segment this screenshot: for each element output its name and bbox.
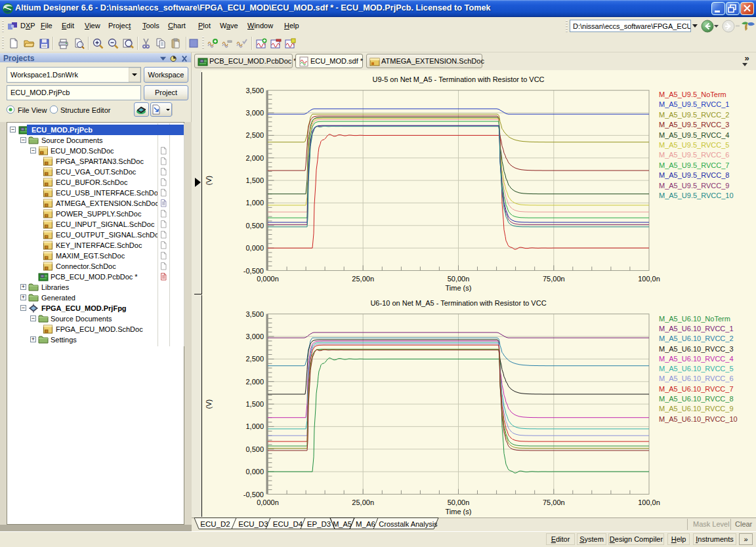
- svg-text:U9-5 on Net M_A5 - Termination: U9-5 on Net M_A5 - Termination with Resi…: [372, 75, 544, 83]
- svg-text:100,0n: 100,0n: [638, 498, 660, 506]
- svg-text:M_A5_U6.10_RVCC_8: M_A5_U6.10_RVCC_8: [659, 395, 734, 403]
- svg-text:1,000: 1,000: [245, 199, 264, 207]
- svg-text:0,500: 0,500: [245, 445, 264, 453]
- svg-text:M_A5_U6.10_RVCC_1: M_A5_U6.10_RVCC_1: [659, 325, 734, 333]
- svg-text:0,000n: 0,000n: [257, 498, 279, 506]
- svg-text:-0,500: -0,500: [243, 491, 264, 498]
- svg-text:M_A5_U6.10_RVCC_3: M_A5_U6.10_RVCC_3: [659, 345, 734, 353]
- svg-text:(V): (V): [205, 176, 213, 186]
- svg-text:3,000: 3,000: [245, 109, 264, 117]
- svg-text:M_A5_U9.5_NoTerm: M_A5_U9.5_NoTerm: [659, 91, 726, 98]
- svg-text:M_A5_U9.5_RVCC_6: M_A5_U9.5_RVCC_6: [659, 151, 729, 159]
- svg-text:Crosstalk Analysis: Crosstalk Analysis: [379, 520, 438, 528]
- svg-text:M_A5: M_A5: [333, 520, 352, 528]
- svg-text:75,00n: 75,00n: [543, 275, 565, 283]
- svg-text:1,500: 1,500: [245, 400, 264, 408]
- svg-text:EP_D3: EP_D3: [307, 520, 331, 528]
- svg-text:100,0n: 100,0n: [638, 275, 660, 283]
- svg-text:M_A5_U9.5_RVCC_5: M_A5_U9.5_RVCC_5: [659, 141, 729, 149]
- svg-text:M_A5_U6.10_NoTerm: M_A5_U6.10_NoTerm: [659, 315, 730, 323]
- svg-text:M_A6: M_A6: [356, 520, 375, 528]
- svg-text:U6-10 on Net M_A5 - Terminatio: U6-10 on Net M_A5 - Termination with Res…: [370, 299, 546, 307]
- svg-text:M_A5_U6.10_RVCC_9: M_A5_U6.10_RVCC_9: [659, 405, 734, 413]
- svg-text:25,00n: 25,00n: [352, 275, 374, 283]
- svg-text:0,000: 0,000: [245, 468, 264, 476]
- svg-text:50,00n: 50,00n: [448, 498, 470, 506]
- svg-text:M_A5_U9.5_RVCC_2: M_A5_U9.5_RVCC_2: [659, 111, 729, 119]
- svg-text:ECU_D3: ECU_D3: [238, 520, 268, 528]
- svg-text:ECU_D4: ECU_D4: [273, 520, 303, 528]
- svg-text:2,500: 2,500: [245, 355, 264, 363]
- svg-text:M_A5_U9.5_RVCC_8: M_A5_U9.5_RVCC_8: [659, 171, 729, 179]
- svg-text:M_A5_U6.10_RVCC_2: M_A5_U6.10_RVCC_2: [659, 334, 734, 342]
- svg-text:2,500: 2,500: [245, 131, 264, 139]
- svg-text:75,00n: 75,00n: [543, 498, 565, 506]
- svg-text:1,000: 1,000: [245, 422, 264, 430]
- svg-text:(V): (V): [205, 399, 213, 409]
- svg-text:M_A5_U9.5_RVCC_10: M_A5_U9.5_RVCC_10: [659, 192, 734, 199]
- svg-text:25,00n: 25,00n: [352, 498, 374, 506]
- svg-text:3,000: 3,000: [245, 333, 264, 340]
- svg-text:ECU_D2: ECU_D2: [200, 520, 230, 528]
- svg-text:M_A5_U9.5_RVCC_4: M_A5_U9.5_RVCC_4: [659, 131, 729, 139]
- svg-text:0,000: 0,000: [245, 244, 264, 252]
- svg-text:Time (s): Time (s): [446, 284, 472, 292]
- svg-text:50,00n: 50,00n: [448, 275, 470, 283]
- svg-text:2,000: 2,000: [245, 154, 264, 162]
- svg-text:M_A5_U6.10_RVCC_10: M_A5_U6.10_RVCC_10: [659, 415, 738, 423]
- svg-text:M_A5_U9.5_RVCC_9: M_A5_U9.5_RVCC_9: [659, 182, 729, 190]
- svg-text:1,500: 1,500: [245, 176, 264, 184]
- svg-text:0,000n: 0,000n: [257, 275, 279, 283]
- svg-text:M_A5_U9.5_RVCC_7: M_A5_U9.5_RVCC_7: [659, 161, 729, 169]
- svg-text:3,500: 3,500: [245, 87, 264, 94]
- svg-text:M_A5_U6.10_RVCC_6: M_A5_U6.10_RVCC_6: [659, 375, 734, 382]
- svg-text:2,000: 2,000: [245, 378, 264, 386]
- svg-text:-0,500: -0,500: [243, 267, 264, 275]
- svg-text:0,500: 0,500: [245, 222, 264, 230]
- svg-text:M_A5_U6.10_RVCC_4: M_A5_U6.10_RVCC_4: [659, 355, 734, 363]
- svg-text:M_A5_U6.10_RVCC_7: M_A5_U6.10_RVCC_7: [659, 385, 734, 393]
- svg-text:3,500: 3,500: [245, 310, 264, 318]
- svg-text:Time (s): Time (s): [446, 508, 472, 516]
- svg-text:M_A5_U9.5_RVCC_1: M_A5_U9.5_RVCC_1: [659, 100, 729, 108]
- svg-text:M_A5_U9.5_RVCC_3: M_A5_U9.5_RVCC_3: [659, 121, 729, 129]
- svg-text:M_A5_U6.10_RVCC_5: M_A5_U6.10_RVCC_5: [659, 365, 734, 373]
